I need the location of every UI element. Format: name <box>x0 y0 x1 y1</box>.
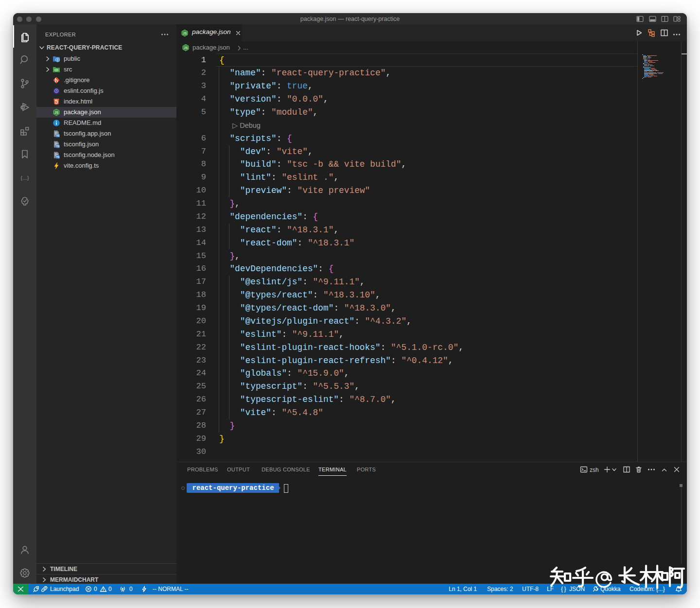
svg-text:JS: JS <box>184 46 188 50</box>
svg-text:TS: TS <box>56 134 59 137</box>
svg-text:JS: JS <box>183 32 187 35</box>
svg-text:JS: JS <box>54 111 59 114</box>
svg-text:TS: TS <box>56 156 59 158</box>
svg-text:TS: TS <box>56 145 59 148</box>
svg-text:{...}: {...} <box>20 175 29 181</box>
